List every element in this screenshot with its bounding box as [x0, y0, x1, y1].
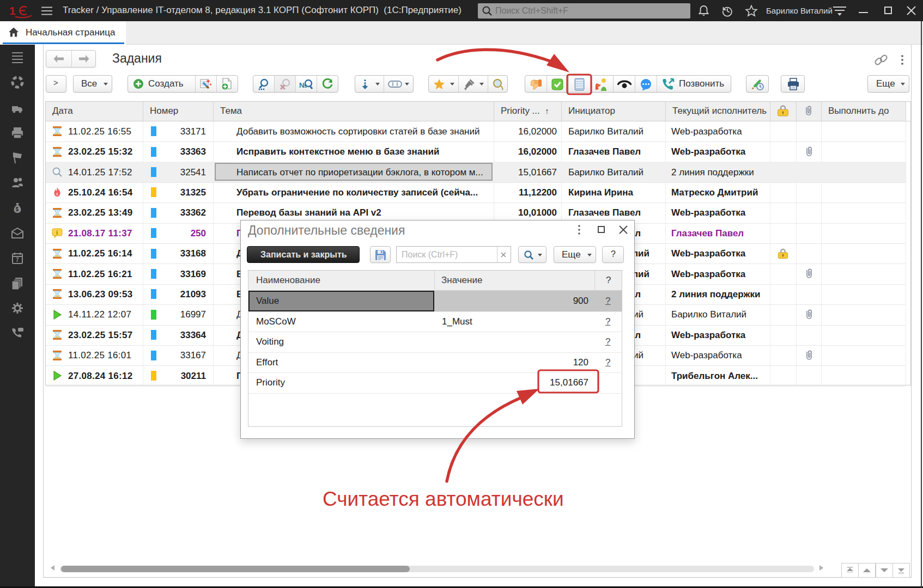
svg-text:7: 7 — [16, 257, 19, 263]
svg-text:i: i — [56, 230, 58, 236]
svg-text:1: 1 — [9, 4, 16, 17]
svg-text:$: $ — [15, 206, 19, 212]
